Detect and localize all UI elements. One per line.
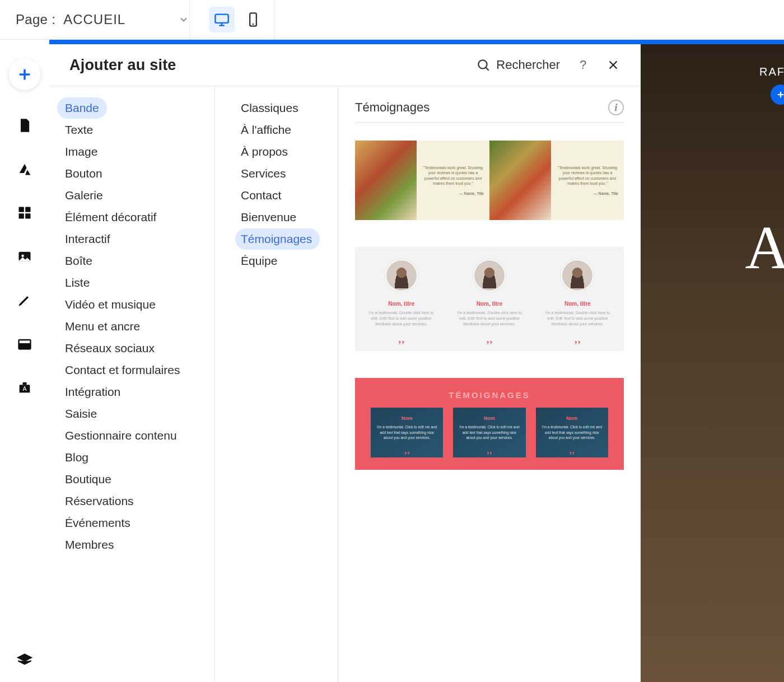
page-selector-label: Page : [16,12,55,27]
layers-icon[interactable] [16,652,33,669]
svg-rect-19 [22,382,26,385]
subcategory-item[interactable]: À l'affiche [235,119,299,141]
category-item[interactable]: Image [57,141,105,162]
category-item[interactable]: Interactif [57,228,118,250]
svg-rect-11 [18,213,24,218]
canvas-preview: RAF A [641,44,784,682]
category-item[interactable]: Bouton [57,163,110,184]
preset-body-text: I'm a testimonial. Click to edit me and … [542,424,603,440]
category-item[interactable]: Boutique [57,469,119,490]
info-icon[interactable]: i [608,100,624,115]
add-button[interactable] [9,59,40,90]
page-selector-value: ACCUEIL [63,12,125,27]
svg-rect-0 [215,15,228,23]
quote-mark-icon: ,, [398,334,405,341]
device-toggle [189,0,266,39]
svg-line-23 [486,68,489,71]
category-item[interactable]: Liste [57,272,97,293]
search-button[interactable]: Rechercher [476,58,560,72]
category-item[interactable]: Blog [57,447,96,468]
preset-quote-text: "Testimonials work great. Showing your r… [557,165,618,186]
category-item[interactable]: Membres [57,534,122,555]
add-section-fab[interactable] [771,85,784,105]
svg-marker-21 [18,655,31,661]
subcategory-item[interactable]: Classiques [235,97,306,119]
left-rail: A [0,40,49,682]
category-item[interactable]: Contact et formulaires [57,359,188,381]
quote-mark-icon: ,, [486,334,493,341]
store-icon[interactable] [16,335,33,352]
preset-name-label: Nom [459,415,520,421]
category-item[interactable]: Gestionnaire contenu [57,425,185,446]
quote-mark-icon: ,, [542,446,603,452]
category-item[interactable]: Élément décoratif [57,207,164,228]
category-item[interactable]: Vidéo et musique [57,294,164,315]
canvas-glyph: A [745,212,784,283]
category-item[interactable]: Bande [57,97,107,119]
preset-name-label: Nom, titre [477,301,503,307]
apps-icon[interactable] [16,204,33,221]
canvas-text-fragment: RAF [759,66,784,78]
category-item[interactable]: Galerie [57,185,111,206]
preset-heading: TÉMOIGNAGES [371,390,608,400]
preset-name-label: Nom, titre [388,301,414,307]
preset-body-text: I'm a testimonial. Click to edit me and … [459,424,520,440]
subcategory-item[interactable]: Contact [235,185,289,206]
pages-icon[interactable] [16,117,33,134]
category-item[interactable]: Réservations [57,491,142,512]
preset-image [355,141,417,220]
media-icon[interactable] [16,248,33,265]
chevron-down-icon [178,14,189,25]
quote-mark-icon: ,, [574,334,581,341]
subcategory-item[interactable]: Bienvenue [235,207,304,228]
category-item[interactable]: Intégration [57,381,128,403]
subcategory-list[interactable]: ClassiquesÀ l'afficheÀ proposServicesCon… [215,86,338,682]
mobile-view-button[interactable] [240,7,266,32]
svg-point-14 [21,255,24,258]
svg-rect-10 [25,207,30,212]
close-icon[interactable] [606,58,620,72]
preset-testimonial-red[interactable]: TÉMOIGNAGES Nom I'm a testimonial. Click… [355,378,624,469]
category-item[interactable]: Texte [57,119,101,141]
quote-mark-icon: ,, [376,446,437,452]
subcategory-item[interactable]: Témoignages [235,228,320,250]
svg-rect-9 [18,207,24,212]
preset-quote-card: "Testimonials work great. Showing your r… [551,141,624,220]
preview-header: Témoignages i [355,100,624,123]
preset-quote-author: — Name, Title [459,191,484,195]
category-item[interactable]: Événements [57,512,138,534]
preset-image [489,141,551,220]
business-icon[interactable]: A [16,379,33,396]
subcategory-item[interactable]: Équipe [235,250,285,272]
preset-quote-card: "Testimonials work great. Showing your r… [417,141,489,220]
category-item[interactable]: Menu et ancre [57,316,148,337]
add-panel-header: Ajouter au site Rechercher ? [49,44,641,86]
page-selector[interactable]: Page : ACCUEIL [16,12,189,27]
quote-mark-icon: ,, [459,446,520,452]
preset-body-text: I'm a testimonial. Click to edit me and … [376,424,437,440]
add-panel: Ajouter au site Rechercher ? BandeTexteI… [49,44,641,682]
subcategory-item[interactable]: Services [235,163,294,184]
help-icon[interactable]: ? [576,58,590,72]
category-item[interactable]: Saisie [57,403,105,424]
preset-testimonial-food[interactable]: "Testimonials work great. Showing your r… [355,141,624,220]
design-icon[interactable] [16,161,33,177]
svg-text:A: A [22,385,26,392]
divider [274,0,274,40]
preset-quote-text: "Testimonials work great. Showing your r… [422,165,484,186]
preset-body-text: I'm a testimonial. Double click here to … [368,310,434,326]
preset-testimonial-avatars[interactable]: Nom, titre I'm a testimonial. Double cli… [355,247,624,351]
blog-icon[interactable] [16,292,33,309]
subcategory-item[interactable]: À propos [235,141,296,162]
category-item[interactable]: Boîte [57,250,100,272]
svg-rect-12 [25,213,30,218]
preset-body-text: I'm a testimonial. Double click here to … [456,310,522,326]
add-panel-body: BandeTexteImageBoutonGalerieÉlément déco… [49,86,641,682]
svg-point-22 [479,60,487,68]
category-list[interactable]: BandeTexteImageBoutonGalerieÉlément déco… [49,86,215,682]
category-item[interactable]: Réseaux sociaux [57,338,162,359]
topbar: Page : ACCUEIL [0,0,784,40]
desktop-view-button[interactable] [209,7,235,32]
preset-name-label: Nom [376,415,437,421]
canvas-ribbon [49,40,784,44]
